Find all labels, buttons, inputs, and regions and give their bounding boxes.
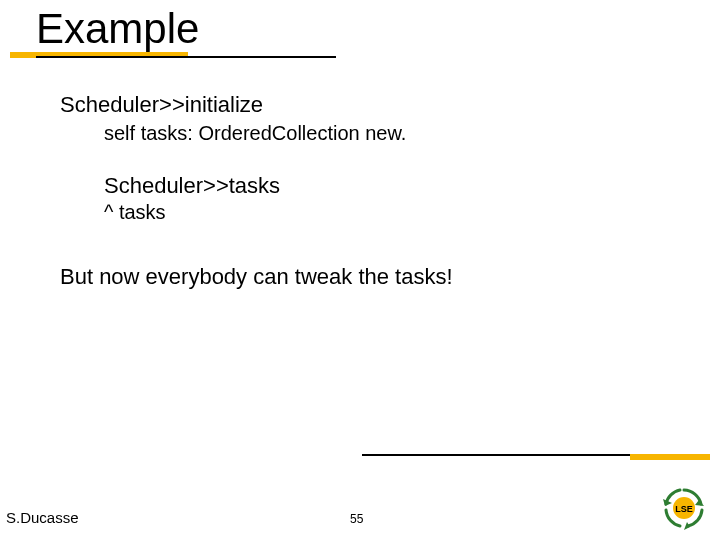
slide-title: Example: [36, 6, 199, 52]
title-underline: [36, 56, 336, 58]
code-line-2: self tasks: OrderedCollection new.: [104, 122, 660, 145]
lse-logo-icon: LSE: [662, 486, 706, 530]
author-label: S.Ducasse: [6, 509, 79, 526]
footer-accent-bar: [630, 454, 710, 460]
slide: Example Scheduler>>initialize self tasks…: [0, 0, 720, 540]
slide-body: Scheduler>>initialize self tasks: Ordere…: [60, 92, 660, 290]
code-line-1: Scheduler>>initialize: [60, 92, 660, 118]
footer-rule: [362, 454, 632, 456]
svg-text:LSE: LSE: [675, 504, 693, 514]
svg-marker-0: [695, 500, 704, 506]
title-wrap: Example: [36, 6, 199, 52]
code-line-4: ^ tasks: [104, 201, 660, 224]
page-number: 55: [350, 512, 363, 526]
code-line-3: Scheduler>>tasks: [104, 173, 660, 199]
remark-line: But now everybody can tweak the tasks!: [60, 264, 660, 290]
svg-marker-1: [684, 522, 690, 530]
